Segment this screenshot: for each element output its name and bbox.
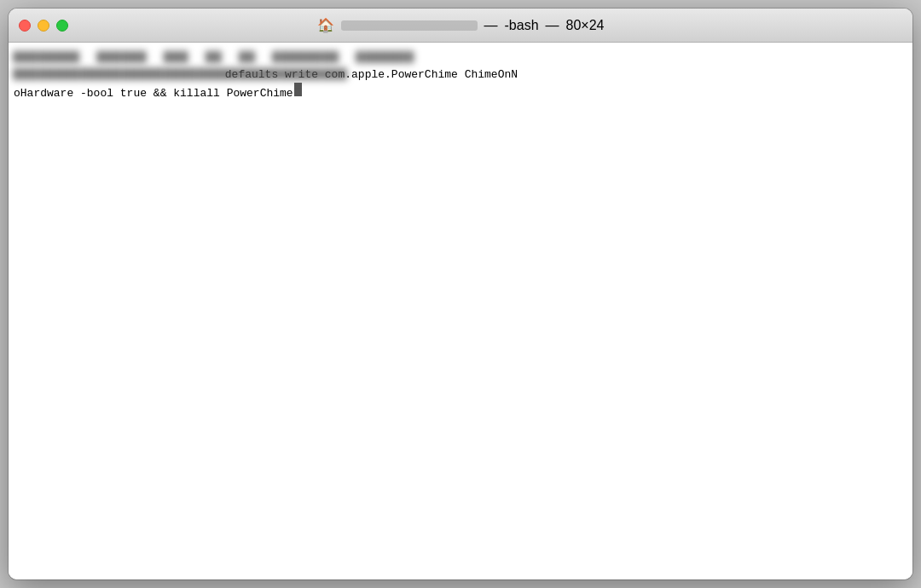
terminal-window: 🏠 — -bash — 80×24 ████████ ██████ ███ ██… xyxy=(9,9,912,579)
terminal-cursor xyxy=(294,83,302,96)
command-part2: oHardware -bool true && killall PowerChi… xyxy=(14,85,293,102)
shell-label: -bash xyxy=(505,18,539,33)
terminal-prompt-line: ████████████████████████████████████████… xyxy=(14,66,907,84)
traffic-lights xyxy=(19,20,68,32)
title-separator1: — xyxy=(484,18,498,33)
blurred-prompt: ████████████████████████████████████████ xyxy=(14,66,218,84)
home-icon: 🏠 xyxy=(317,17,334,33)
blurred-output-1: ████████ ██████ ███ ██ ██ ████████ █████… xyxy=(14,49,414,66)
maximize-button[interactable] xyxy=(56,20,68,32)
size-label: 80×24 xyxy=(566,18,605,33)
title-separator2: — xyxy=(546,18,559,33)
redacted-path xyxy=(341,20,478,31)
title-bar-content: 🏠 — -bash — 80×24 xyxy=(317,17,605,33)
close-button[interactable] xyxy=(19,20,31,32)
terminal-command-line2: oHardware -bool true && killall PowerChi… xyxy=(14,83,907,102)
terminal-body[interactable]: ████████ ██████ ███ ██ ██ ████████ █████… xyxy=(9,43,912,579)
minimize-button[interactable] xyxy=(38,20,49,32)
terminal-output-line1: ████████ ██████ ███ ██ ██ ████████ █████… xyxy=(14,49,907,66)
title-bar: 🏠 — -bash — 80×24 xyxy=(9,9,912,43)
